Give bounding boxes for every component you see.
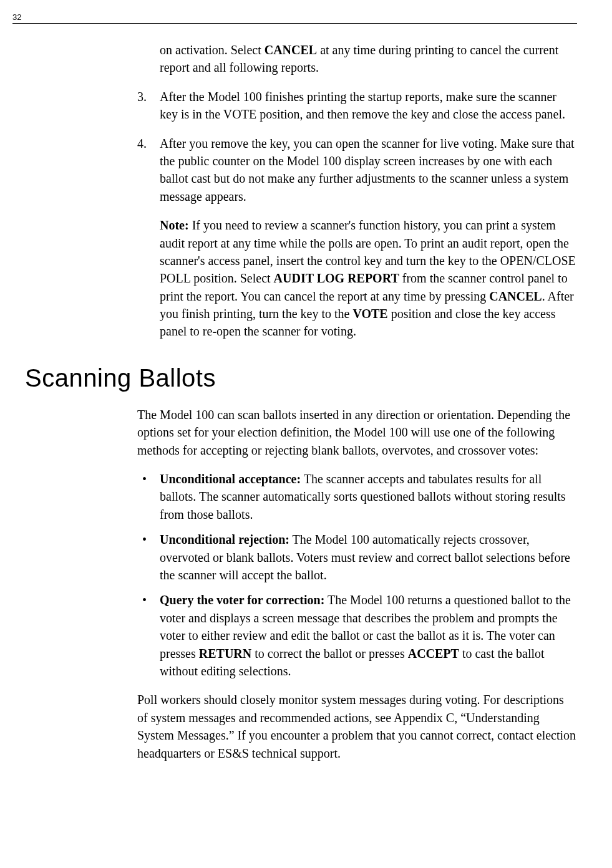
bullet-label: Query the voter for correction: bbox=[160, 593, 324, 607]
text: on activation. Select bbox=[160, 43, 265, 57]
accept-keyword: ACCEPT bbox=[408, 647, 459, 660]
intro-paragraph: The Model 100 can scan ballots inserted … bbox=[137, 406, 577, 459]
step-text: After the Model 100 finishes printing th… bbox=[160, 90, 565, 121]
bullet-query-voter: Query the voter for correction: The Mode… bbox=[137, 591, 577, 680]
step-4: 4. After you remove the key, you can ope… bbox=[137, 135, 577, 206]
bullet-label: Unconditional rejection: bbox=[160, 533, 289, 546]
step-number: 3. bbox=[137, 88, 147, 105]
numbered-steps: 3. After the Model 100 finishes printing… bbox=[137, 88, 577, 205]
page-number: 32 bbox=[12, 12, 577, 24]
audit-log-keyword: AUDIT LOG REPORT bbox=[274, 271, 399, 285]
step-text: After you remove the key, you can open t… bbox=[160, 137, 575, 203]
bullet-label: Unconditional acceptance: bbox=[160, 472, 301, 486]
cancel-keyword: CANCEL bbox=[265, 43, 317, 57]
text: to correct the ballot or presses bbox=[251, 647, 407, 660]
note-label: Note: bbox=[160, 218, 189, 232]
bullet-list: Unconditional acceptance: The scanner ac… bbox=[137, 470, 577, 680]
return-keyword: RETURN bbox=[199, 647, 251, 660]
content-column: on activation. Select CANCEL at any time… bbox=[137, 41, 577, 762]
section-heading-scanning-ballots: Scanning Ballots bbox=[25, 364, 577, 392]
closing-paragraph: Poll workers should closely monitor syst… bbox=[137, 691, 577, 762]
continuation-paragraph: on activation. Select CANCEL at any time… bbox=[137, 41, 577, 77]
page: 32 on activation. Select CANCEL at any t… bbox=[0, 0, 612, 811]
vote-keyword: VOTE bbox=[352, 307, 387, 321]
note-paragraph: Note: If you need to review a scanner's … bbox=[137, 216, 577, 340]
bullet-unconditional-acceptance: Unconditional acceptance: The scanner ac… bbox=[137, 470, 577, 523]
cancel-keyword: CANCEL bbox=[489, 289, 542, 303]
step-number: 4. bbox=[137, 135, 147, 152]
step-3: 3. After the Model 100 finishes printing… bbox=[137, 88, 577, 123]
bullet-unconditional-rejection: Unconditional rejection: The Model 100 a… bbox=[137, 531, 577, 584]
